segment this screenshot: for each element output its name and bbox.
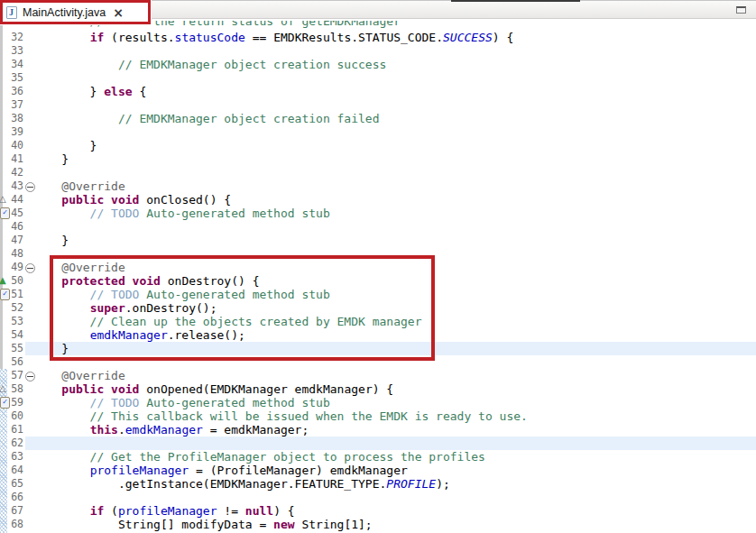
line-number[interactable]: 47 (9, 234, 25, 247)
code-line[interactable]: 42 (0, 166, 756, 179)
line-number[interactable]: 68 (9, 518, 25, 531)
line-number[interactable]: 64 (9, 464, 25, 477)
code-line[interactable]: 32 if (results.statusCode == EMDKResults… (0, 31, 756, 44)
code-text[interactable] (33, 437, 756, 450)
task-marker-icon[interactable]: ✓ (0, 207, 10, 219)
code-line[interactable]: △44 public void onClosed() { (0, 193, 756, 207)
code-text[interactable]: public void onClosed() { (33, 193, 756, 207)
line-number[interactable]: 37 (9, 98, 25, 112)
code-line[interactable]: ▲50 protected void onDestroy() { (0, 274, 756, 288)
code-line[interactable]: 47 } (0, 234, 756, 247)
code-text[interactable]: super.onDestroy(); (33, 301, 756, 315)
line-number[interactable]: 58 (9, 382, 25, 396)
code-text[interactable]: @Override (33, 369, 756, 382)
code-text[interactable]: } (33, 234, 756, 247)
line-number[interactable]: 36 (9, 85, 25, 98)
line-number[interactable]: 48 (9, 247, 25, 261)
code-line-highlighted[interactable]: 62 (0, 437, 756, 450)
code-text[interactable]: // This callback will be issued when the… (33, 409, 756, 423)
line-number[interactable]: 33 (9, 44, 25, 58)
code-text[interactable]: @Override (33, 179, 756, 193)
window-restore-icon[interactable] (736, 6, 746, 14)
line-number[interactable]: 44 (9, 193, 25, 207)
line-number[interactable]: 41 (9, 152, 25, 166)
line-number[interactable]: 32 (9, 31, 25, 44)
code-line[interactable]: ✓51 // TODO Auto-generated method stub (0, 288, 756, 301)
code-line[interactable]: 35 (0, 71, 756, 85)
code-line[interactable]: ✓59 // TODO Auto-generated method stub (0, 396, 756, 409)
code-text[interactable]: } (33, 139, 756, 152)
code-text[interactable]: profileManager = (ProfileManager) emdkMa… (33, 464, 756, 477)
code-line[interactable]: 33 (0, 44, 756, 58)
code-text[interactable]: .getInstance(EMDKManager.FEATURE_TYPE.PR… (33, 477, 756, 491)
line-number[interactable]: 50 (9, 274, 25, 288)
code-text[interactable]: public void onOpened(EMDKManager emdkMan… (33, 382, 756, 396)
code-text[interactable]: // EMDKManager object creation failed (33, 112, 756, 125)
code-line[interactable]: 39 (0, 125, 756, 139)
code-text[interactable]: if (results.statusCode == EMDKResults.ST… (33, 31, 756, 44)
line-number[interactable]: 52 (9, 301, 25, 315)
code-line[interactable]: 48 (0, 247, 756, 261)
tab-close-icon[interactable]: × (113, 6, 124, 19)
code-line[interactable]: 36 } else { (0, 85, 756, 98)
line-number[interactable]: 40 (9, 139, 25, 152)
line-number[interactable]: 57 (9, 369, 25, 382)
code-text[interactable] (33, 71, 756, 85)
code-text[interactable]: if (profileManager != null) { (33, 504, 756, 518)
code-line[interactable]: 65 .getInstance(EMDKManager.FEATURE_TYPE… (0, 477, 756, 491)
line-number[interactable]: 55 (9, 342, 25, 355)
code-text[interactable]: protected void onDestroy() { (33, 274, 756, 288)
line-number[interactable]: 51 (9, 288, 25, 301)
code-text[interactable]: // Get the ProfileManager object to proc… (33, 450, 756, 464)
line-number[interactable]: 54 (9, 328, 25, 342)
line-number[interactable]: 63 (9, 450, 25, 464)
code-text[interactable]: // TODO Auto-generated method stub (33, 288, 756, 301)
code-pane[interactable]: 32 if (results.statusCode == EMDKResults… (0, 31, 756, 531)
code-line[interactable]: 57 @Override (0, 369, 756, 382)
overrides-marker-icon[interactable]: ▲ (0, 275, 6, 286)
code-line[interactable]: 46 (0, 220, 756, 234)
code-line[interactable]: 49 @Override (0, 261, 756, 274)
code-text[interactable] (33, 220, 756, 234)
code-line[interactable]: 34 // EMDKManager object creation succes… (0, 58, 756, 71)
code-line[interactable]: 53 // Clean up the objects created by EM… (0, 315, 756, 328)
fold-collapse-icon[interactable] (25, 182, 35, 192)
code-text[interactable] (33, 98, 756, 112)
fold-collapse-icon[interactable] (25, 263, 35, 273)
code-line[interactable]: 52 super.onDestroy(); (0, 301, 756, 315)
code-text[interactable]: } (33, 342, 756, 355)
code-text[interactable]: this.emdkManager = emdkManager; (33, 423, 756, 437)
line-number[interactable]: 42 (9, 166, 25, 179)
line-number[interactable]: 56 (9, 355, 25, 369)
code-line[interactable]: 63 // Get the ProfileManager object to p… (0, 450, 756, 464)
code-text[interactable] (33, 247, 756, 261)
line-number[interactable]: 49 (9, 261, 25, 274)
implements-marker-icon[interactable]: △ (0, 383, 6, 394)
line-number[interactable]: 67 (9, 504, 25, 518)
code-text[interactable] (33, 44, 756, 58)
implements-marker-icon[interactable]: △ (0, 194, 6, 205)
line-number[interactable]: 45 (9, 207, 25, 220)
line-number[interactable]: 65 (9, 477, 25, 491)
line-number[interactable]: 61 (9, 423, 25, 437)
code-text[interactable] (33, 491, 756, 504)
code-text[interactable]: @Override (33, 261, 756, 274)
line-number[interactable]: 59 (9, 396, 25, 409)
code-line[interactable]: 61 this.emdkManager = emdkManager; (0, 423, 756, 437)
code-line[interactable]: ✓45 // TODO Auto-generated method stub (0, 207, 756, 220)
code-line[interactable]: 37 (0, 98, 756, 112)
code-text[interactable]: // EMDKManager object creation success (33, 58, 756, 71)
editor-tab-mainactivity[interactable]: J MainActivity.java × (0, 0, 152, 25)
code-line[interactable]: 64 profileManager = (ProfileManager) emd… (0, 464, 756, 477)
task-marker-icon[interactable]: ✓ (0, 397, 10, 409)
line-number[interactable]: 60 (9, 409, 25, 423)
code-line[interactable]: 43 @Override (0, 179, 756, 193)
code-text[interactable]: // Clean up the objects created by EMDK … (33, 315, 756, 328)
line-number[interactable]: 53 (9, 315, 25, 328)
line-number[interactable]: 62 (9, 437, 25, 450)
code-text[interactable]: } (33, 152, 756, 166)
task-marker-icon[interactable]: ✓ (0, 289, 10, 300)
code-line[interactable]: 54 emdkManager.release(); (0, 328, 756, 342)
line-number[interactable]: 38 (9, 112, 25, 125)
code-line[interactable]: △58 public void onOpened(EMDKManager emd… (0, 382, 756, 396)
